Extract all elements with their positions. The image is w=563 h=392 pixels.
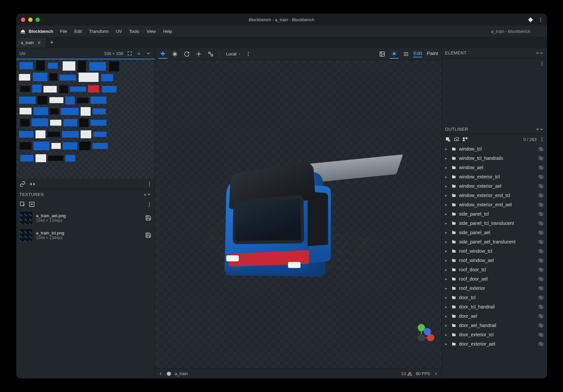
chevron-down-icon[interactable] [539,127,544,132]
visibility-toggle-icon[interactable] [538,239,544,245]
vertex-snap-icon[interactable] [206,49,215,59]
caret-right-icon[interactable]: ▸ [445,175,449,179]
panel-equals-icon[interactable]: = [536,50,539,55]
mode-edit[interactable]: Edit [413,50,422,57]
outliner-item[interactable]: ▸window_exterior_end_tcl [442,191,547,200]
visibility-toggle-icon[interactable] [538,230,544,235]
outliner-item[interactable]: ▸roof_window_ael [442,256,547,265]
add-group-icon[interactable] [454,137,459,142]
outliner-item[interactable]: ▸roof_door_tcl [442,265,547,274]
visibility-toggle-icon[interactable] [538,183,544,189]
extension-icon[interactable] [528,17,533,22]
move-tool-icon[interactable] [158,49,168,59]
caret-right-icon[interactable]: ▸ [445,295,449,300]
chevron-down-icon[interactable] [147,192,151,197]
panel-equals-icon[interactable]: = [536,127,539,132]
outliner-item[interactable]: ▸window_exterior_end_ael [442,200,547,209]
outliner-item[interactable]: ▸window_exterior_ael [442,181,547,191]
outliner-item[interactable]: ▸door_exterior_tcl [442,330,547,339]
outliner-item[interactable]: ▸door_tcl [442,293,547,302]
caret-right-icon[interactable]: ▸ [445,314,449,318]
outliner-item[interactable]: ▸window_ael [442,163,547,172]
shading-icon[interactable] [389,49,399,59]
visibility-toggle-icon[interactable] [538,193,544,198]
textures-overflow-icon[interactable] [148,201,151,208]
outliner-item[interactable]: ▸door_ael [442,311,547,321]
save-icon[interactable] [145,215,151,221]
import-texture-icon[interactable] [29,201,35,207]
outliner-item[interactable]: ▸door_ael_handrail [442,321,547,330]
caret-right-icon[interactable]: ▸ [445,342,449,346]
caret-right-icon[interactable]: ▸ [445,184,449,188]
outliner-item[interactable]: ▸door_tcl_handrail [442,302,547,311]
visibility-toggle-icon[interactable] [538,323,544,328]
tab-close-icon[interactable]: ✕ [37,40,41,45]
caret-right-icon[interactable]: ▸ [445,147,449,151]
add-cube-icon[interactable] [445,137,451,142]
menu-tools[interactable]: Tools [126,28,142,35]
hamburger-icon[interactable] [401,49,411,59]
breadcrumb[interactable]: a_train [175,371,188,376]
visibility-toggle-icon[interactable] [538,211,544,217]
caret-right-icon[interactable]: ▸ [445,165,449,170]
uv-overflow-icon[interactable] [148,180,151,187]
orientation-gizmo[interactable] [407,323,436,352]
outliner-item[interactable]: ▸side_panel_tcl [442,209,547,219]
caret-right-icon[interactable]: ▸ [445,212,449,216]
visibility-toggle-icon[interactable] [538,174,544,180]
3d-viewport[interactable] [155,60,442,368]
menu-uv[interactable]: UV [113,28,125,35]
add-texture-icon[interactable] [20,201,26,207]
outliner-item[interactable]: ▸roof_door_ael [442,274,547,284]
visibility-toggle-icon[interactable] [538,332,544,338]
menu-file[interactable]: File [57,28,70,35]
window-minimize-button[interactable] [28,18,33,22]
app-logo[interactable]: Blockbench [20,28,53,35]
menu-edit[interactable]: Edit [71,28,85,35]
element-overflow-icon[interactable] [540,60,544,67]
caret-right-icon[interactable]: ▸ [445,203,449,207]
caret-right-icon[interactable]: ▸ [445,323,449,328]
visibility-toggle-icon[interactable] [538,165,544,170]
overflow-menu-icon[interactable] [539,16,542,23]
outliner-item[interactable]: ▸roof_window_tcl [442,246,547,256]
image-icon[interactable] [378,49,387,59]
caret-right-icon[interactable]: ▸ [445,268,449,272]
window-maximize-button[interactable] [35,18,40,22]
equals-icon[interactable]: = [136,50,142,56]
uv-editor-canvas[interactable] [16,59,155,179]
visibility-toggle-icon[interactable] [538,221,544,226]
pivot-tool-icon[interactable] [194,49,203,59]
tab-item[interactable]: a_train ✕ [16,37,46,48]
outliner-overflow-icon[interactable] [540,136,544,143]
toggle-options-icon[interactable] [462,137,468,142]
outliner-item[interactable]: ▸side_panel_ael [442,228,547,237]
texture-item[interactable]: a_train_ael.png 1344 × 1344px [16,209,155,227]
mirror-icon[interactable] [30,181,35,187]
outliner-item[interactable]: ▸window_tcl_handrails [442,154,547,163]
visibility-toggle-icon[interactable] [538,248,544,254]
visibility-toggle-icon[interactable] [538,341,544,347]
caret-right-icon[interactable]: ▸ [445,277,449,281]
caret-right-icon[interactable]: ▸ [445,333,449,337]
caret-right-icon[interactable]: ▸ [445,240,449,244]
texture-item[interactable]: a_train_tcl.png 1344 × 1344px [16,227,155,244]
visibility-toggle-icon[interactable] [538,286,544,291]
visibility-toggle-icon[interactable] [538,295,544,300]
visibility-toggle-icon[interactable] [538,276,544,282]
fullscreen-icon[interactable] [127,50,133,56]
outliner-item[interactable]: ▸roof_exterior [442,284,547,293]
link-icon[interactable] [20,181,26,187]
tab-add-button[interactable]: + [46,37,57,48]
chevron-right-icon[interactable] [434,371,438,376]
caret-right-icon[interactable]: ▸ [445,305,449,309]
caret-right-icon[interactable]: ▸ [445,156,449,161]
window-close-button[interactable] [21,18,25,22]
visibility-toggle-icon[interactable] [538,156,544,161]
chevron-down-icon[interactable] [145,50,151,56]
caret-right-icon[interactable]: ▸ [445,249,449,253]
menu-view[interactable]: View [144,28,159,35]
outliner-item[interactable]: ▸window_exterior_tcl [442,172,547,181]
caret-right-icon[interactable]: ▸ [445,221,449,226]
viewport-overflow-icon[interactable] [246,50,250,57]
